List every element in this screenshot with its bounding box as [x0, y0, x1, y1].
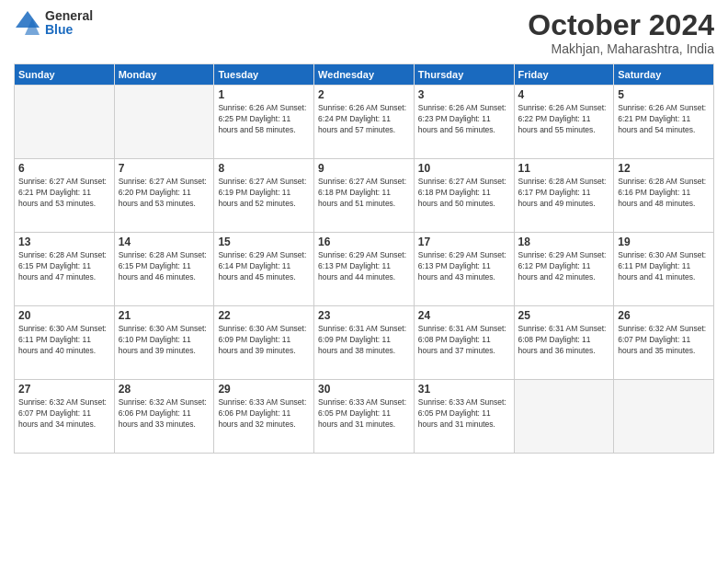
day-number: 8 [218, 162, 310, 175]
calendar-cell: 18Sunrise: 6:29 AM Sunset: 6:12 PM Dayli… [514, 233, 614, 306]
day-number: 14 [119, 236, 210, 248]
day-number: 19 [618, 236, 710, 248]
calendar-cell: 21Sunrise: 6:30 AM Sunset: 6:10 PM Dayli… [114, 306, 214, 380]
calendar-cell [15, 86, 115, 159]
day-info: Sunrise: 6:29 AM Sunset: 6:13 PM Dayligh… [318, 250, 410, 283]
day-info: Sunrise: 6:27 AM Sunset: 6:21 PM Dayligh… [18, 177, 110, 210]
col-sunday: Sunday [15, 64, 115, 86]
calendar-header-row: Sunday Monday Tuesday Wednesday Thursday… [15, 64, 714, 86]
day-info: Sunrise: 6:31 AM Sunset: 6:09 PM Dayligh… [318, 324, 410, 357]
day-number: 17 [418, 236, 510, 248]
logo: General Blue [14, 9, 93, 38]
day-info: Sunrise: 6:33 AM Sunset: 6:05 PM Dayligh… [318, 397, 410, 431]
day-info: Sunrise: 6:26 AM Sunset: 6:21 PM Dayligh… [618, 103, 710, 136]
day-info: Sunrise: 6:27 AM Sunset: 6:18 PM Dayligh… [318, 177, 410, 210]
calendar-cell: 31Sunrise: 6:33 AM Sunset: 6:05 PM Dayli… [414, 380, 514, 454]
week-row-2: 6Sunrise: 6:27 AM Sunset: 6:21 PM Daylig… [15, 159, 714, 233]
day-info: Sunrise: 6:28 AM Sunset: 6:15 PM Dayligh… [119, 250, 210, 283]
day-info: Sunrise: 6:33 AM Sunset: 6:05 PM Dayligh… [418, 397, 510, 431]
calendar-cell: 5Sunrise: 6:26 AM Sunset: 6:21 PM Daylig… [614, 86, 714, 159]
day-number: 16 [318, 236, 410, 248]
col-tuesday: Tuesday [214, 64, 314, 86]
day-info: Sunrise: 6:30 AM Sunset: 6:10 PM Dayligh… [119, 324, 210, 357]
logo-text: General Blue [45, 9, 93, 38]
day-info: Sunrise: 6:30 AM Sunset: 6:11 PM Dayligh… [618, 250, 710, 283]
day-number: 21 [119, 309, 210, 322]
calendar-cell: 23Sunrise: 6:31 AM Sunset: 6:09 PM Dayli… [314, 306, 415, 380]
calendar-cell: 13Sunrise: 6:28 AM Sunset: 6:15 PM Dayli… [15, 233, 115, 306]
day-info: Sunrise: 6:27 AM Sunset: 6:20 PM Dayligh… [119, 177, 210, 210]
day-info: Sunrise: 6:28 AM Sunset: 6:15 PM Dayligh… [18, 250, 110, 283]
month-year-title: October 2024 [528, 9, 714, 41]
header: General Blue October 2024 Makhjan, Mahar… [14, 9, 714, 56]
day-number: 24 [418, 309, 510, 322]
calendar-cell: 11Sunrise: 6:28 AM Sunset: 6:17 PM Dayli… [514, 159, 614, 233]
day-info: Sunrise: 6:26 AM Sunset: 6:23 PM Dayligh… [418, 103, 510, 136]
location-text: Makhjan, Maharashtra, India [528, 41, 714, 56]
week-row-1: 1Sunrise: 6:26 AM Sunset: 6:25 PM Daylig… [15, 86, 714, 159]
calendar-cell: 9Sunrise: 6:27 AM Sunset: 6:18 PM Daylig… [314, 159, 415, 233]
day-number: 12 [618, 162, 710, 175]
day-number: 2 [318, 88, 410, 101]
day-number: 3 [418, 88, 510, 101]
day-info: Sunrise: 6:27 AM Sunset: 6:18 PM Dayligh… [418, 177, 510, 210]
page: General Blue October 2024 Makhjan, Mahar… [0, 0, 728, 563]
day-number: 27 [18, 383, 110, 396]
day-info: Sunrise: 6:30 AM Sunset: 6:09 PM Dayligh… [218, 324, 310, 357]
calendar-cell: 7Sunrise: 6:27 AM Sunset: 6:20 PM Daylig… [114, 159, 214, 233]
col-friday: Friday [514, 64, 614, 86]
title-block: October 2024 Makhjan, Maharashtra, India [528, 9, 714, 56]
calendar-cell [614, 380, 714, 454]
day-info: Sunrise: 6:29 AM Sunset: 6:13 PM Dayligh… [418, 250, 510, 283]
day-info: Sunrise: 6:28 AM Sunset: 6:16 PM Dayligh… [618, 177, 710, 210]
day-number: 11 [518, 162, 610, 175]
day-info: Sunrise: 6:32 AM Sunset: 6:06 PM Dayligh… [119, 397, 210, 431]
day-number: 30 [318, 383, 410, 396]
calendar-cell: 12Sunrise: 6:28 AM Sunset: 6:16 PM Dayli… [614, 159, 714, 233]
day-info: Sunrise: 6:28 AM Sunset: 6:17 PM Dayligh… [518, 177, 610, 210]
day-info: Sunrise: 6:26 AM Sunset: 6:22 PM Dayligh… [518, 103, 610, 136]
calendar-cell: 15Sunrise: 6:29 AM Sunset: 6:14 PM Dayli… [214, 233, 314, 306]
calendar-cell: 26Sunrise: 6:32 AM Sunset: 6:07 PM Dayli… [614, 306, 714, 380]
day-info: Sunrise: 6:30 AM Sunset: 6:11 PM Dayligh… [18, 324, 110, 357]
calendar-cell: 6Sunrise: 6:27 AM Sunset: 6:21 PM Daylig… [15, 159, 115, 233]
day-info: Sunrise: 6:27 AM Sunset: 6:19 PM Dayligh… [218, 177, 310, 210]
day-number: 18 [518, 236, 610, 248]
day-number: 22 [218, 309, 310, 322]
calendar-cell: 30Sunrise: 6:33 AM Sunset: 6:05 PM Dayli… [314, 380, 415, 454]
calendar-cell: 8Sunrise: 6:27 AM Sunset: 6:19 PM Daylig… [214, 159, 314, 233]
calendar-cell: 16Sunrise: 6:29 AM Sunset: 6:13 PM Dayli… [314, 233, 415, 306]
day-number: 4 [518, 88, 610, 101]
day-info: Sunrise: 6:29 AM Sunset: 6:14 PM Dayligh… [218, 250, 310, 283]
day-number: 7 [119, 162, 210, 175]
calendar-cell: 22Sunrise: 6:30 AM Sunset: 6:09 PM Dayli… [214, 306, 314, 380]
day-number: 6 [18, 162, 110, 175]
col-wednesday: Wednesday [314, 64, 415, 86]
calendar-cell: 25Sunrise: 6:31 AM Sunset: 6:08 PM Dayli… [514, 306, 614, 380]
day-info: Sunrise: 6:32 AM Sunset: 6:07 PM Dayligh… [618, 324, 710, 357]
calendar-cell: 24Sunrise: 6:31 AM Sunset: 6:08 PM Dayli… [414, 306, 514, 380]
day-number: 20 [18, 309, 110, 322]
day-info: Sunrise: 6:31 AM Sunset: 6:08 PM Dayligh… [418, 324, 510, 357]
calendar-cell: 3Sunrise: 6:26 AM Sunset: 6:23 PM Daylig… [414, 86, 514, 159]
calendar-table: Sunday Monday Tuesday Wednesday Thursday… [14, 63, 714, 454]
week-row-4: 20Sunrise: 6:30 AM Sunset: 6:11 PM Dayli… [15, 306, 714, 380]
col-saturday: Saturday [614, 64, 714, 86]
day-number: 1 [218, 88, 310, 101]
calendar-cell: 10Sunrise: 6:27 AM Sunset: 6:18 PM Dayli… [414, 159, 514, 233]
week-row-5: 27Sunrise: 6:32 AM Sunset: 6:07 PM Dayli… [15, 380, 714, 454]
logo-blue-text: Blue [45, 23, 93, 37]
day-info: Sunrise: 6:29 AM Sunset: 6:12 PM Dayligh… [518, 250, 610, 283]
day-number: 29 [218, 383, 310, 396]
calendar-cell: 19Sunrise: 6:30 AM Sunset: 6:11 PM Dayli… [614, 233, 714, 306]
calendar-cell: 27Sunrise: 6:32 AM Sunset: 6:07 PM Dayli… [15, 380, 115, 454]
calendar-cell: 20Sunrise: 6:30 AM Sunset: 6:11 PM Dayli… [15, 306, 115, 380]
calendar-cell: 14Sunrise: 6:28 AM Sunset: 6:15 PM Dayli… [114, 233, 214, 306]
day-info: Sunrise: 6:32 AM Sunset: 6:07 PM Dayligh… [18, 397, 110, 431]
day-info: Sunrise: 6:33 AM Sunset: 6:06 PM Dayligh… [218, 397, 310, 431]
col-monday: Monday [114, 64, 214, 86]
day-number: 10 [418, 162, 510, 175]
calendar-cell: 17Sunrise: 6:29 AM Sunset: 6:13 PM Dayli… [414, 233, 514, 306]
day-number: 15 [218, 236, 310, 248]
day-number: 25 [518, 309, 610, 322]
